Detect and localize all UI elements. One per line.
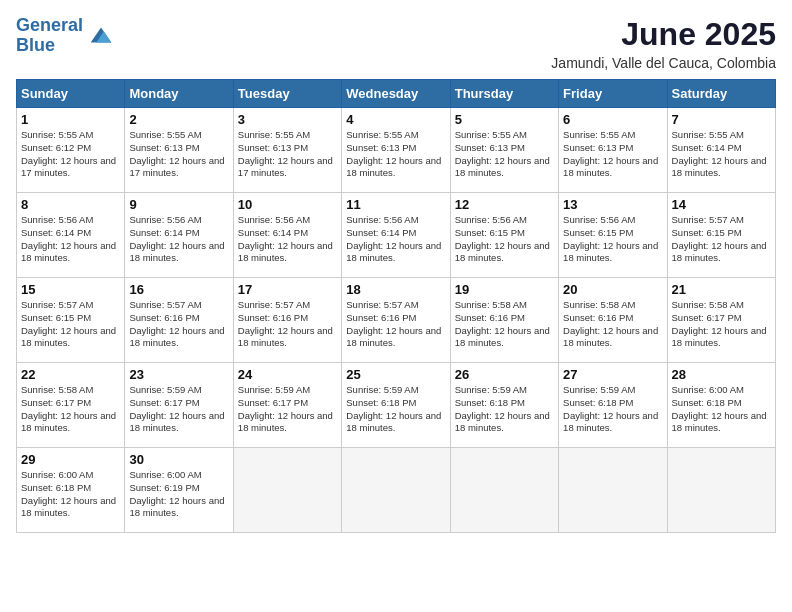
logo-text: General Blue (16, 16, 83, 56)
day-number: 7 (672, 112, 771, 127)
page-header: General Blue June 2025 Jamundi, Valle de… (16, 16, 776, 71)
calendar-cell: 26Sunrise: 5:59 AMSunset: 6:18 PMDayligh… (450, 363, 558, 448)
calendar-cell: 29Sunrise: 6:00 AMSunset: 6:18 PMDayligh… (17, 448, 125, 533)
calendar-cell (233, 448, 341, 533)
calendar-cell: 20Sunrise: 5:58 AMSunset: 6:16 PMDayligh… (559, 278, 667, 363)
day-info: Sunrise: 5:57 AMSunset: 6:16 PMDaylight:… (238, 299, 337, 350)
day-number: 22 (21, 367, 120, 382)
calendar-cell: 24Sunrise: 5:59 AMSunset: 6:17 PMDayligh… (233, 363, 341, 448)
day-info: Sunrise: 5:57 AMSunset: 6:15 PMDaylight:… (672, 214, 771, 265)
calendar-cell: 17Sunrise: 5:57 AMSunset: 6:16 PMDayligh… (233, 278, 341, 363)
day-info: Sunrise: 5:58 AMSunset: 6:16 PMDaylight:… (563, 299, 662, 350)
day-number: 15 (21, 282, 120, 297)
week-row-5: 29Sunrise: 6:00 AMSunset: 6:18 PMDayligh… (17, 448, 776, 533)
day-info: Sunrise: 5:55 AMSunset: 6:14 PMDaylight:… (672, 129, 771, 180)
day-number: 30 (129, 452, 228, 467)
day-number: 24 (238, 367, 337, 382)
calendar-cell: 6Sunrise: 5:55 AMSunset: 6:13 PMDaylight… (559, 108, 667, 193)
day-info: Sunrise: 5:55 AMSunset: 6:13 PMDaylight:… (129, 129, 228, 180)
calendar-cell: 1Sunrise: 5:55 AMSunset: 6:12 PMDaylight… (17, 108, 125, 193)
calendar-cell: 15Sunrise: 5:57 AMSunset: 6:15 PMDayligh… (17, 278, 125, 363)
day-info: Sunrise: 5:56 AMSunset: 6:14 PMDaylight:… (21, 214, 120, 265)
day-number: 26 (455, 367, 554, 382)
logo-icon (87, 22, 115, 50)
calendar-cell: 23Sunrise: 5:59 AMSunset: 6:17 PMDayligh… (125, 363, 233, 448)
day-info: Sunrise: 5:59 AMSunset: 6:17 PMDaylight:… (238, 384, 337, 435)
calendar-cell: 11Sunrise: 5:56 AMSunset: 6:14 PMDayligh… (342, 193, 450, 278)
day-info: Sunrise: 6:00 AMSunset: 6:18 PMDaylight:… (672, 384, 771, 435)
calendar-cell: 5Sunrise: 5:55 AMSunset: 6:13 PMDaylight… (450, 108, 558, 193)
day-number: 21 (672, 282, 771, 297)
title-block: June 2025 Jamundi, Valle del Cauca, Colo… (551, 16, 776, 71)
calendar-cell (559, 448, 667, 533)
day-number: 3 (238, 112, 337, 127)
calendar-cell: 12Sunrise: 5:56 AMSunset: 6:15 PMDayligh… (450, 193, 558, 278)
week-row-2: 8Sunrise: 5:56 AMSunset: 6:14 PMDaylight… (17, 193, 776, 278)
day-info: Sunrise: 5:58 AMSunset: 6:17 PMDaylight:… (672, 299, 771, 350)
location-subtitle: Jamundi, Valle del Cauca, Colombia (551, 55, 776, 71)
day-number: 9 (129, 197, 228, 212)
day-info: Sunrise: 5:58 AMSunset: 6:17 PMDaylight:… (21, 384, 120, 435)
day-info: Sunrise: 5:58 AMSunset: 6:16 PMDaylight:… (455, 299, 554, 350)
calendar-cell: 3Sunrise: 5:55 AMSunset: 6:13 PMDaylight… (233, 108, 341, 193)
day-info: Sunrise: 5:57 AMSunset: 6:16 PMDaylight:… (346, 299, 445, 350)
calendar-cell: 22Sunrise: 5:58 AMSunset: 6:17 PMDayligh… (17, 363, 125, 448)
calendar-cell: 21Sunrise: 5:58 AMSunset: 6:17 PMDayligh… (667, 278, 775, 363)
day-info: Sunrise: 6:00 AMSunset: 6:18 PMDaylight:… (21, 469, 120, 520)
calendar-cell: 25Sunrise: 5:59 AMSunset: 6:18 PMDayligh… (342, 363, 450, 448)
day-info: Sunrise: 5:57 AMSunset: 6:16 PMDaylight:… (129, 299, 228, 350)
day-info: Sunrise: 5:55 AMSunset: 6:13 PMDaylight:… (238, 129, 337, 180)
day-info: Sunrise: 5:59 AMSunset: 6:18 PMDaylight:… (346, 384, 445, 435)
day-number: 14 (672, 197, 771, 212)
weekday-header-friday: Friday (559, 80, 667, 108)
day-number: 27 (563, 367, 662, 382)
calendar-cell (450, 448, 558, 533)
calendar-cell: 27Sunrise: 5:59 AMSunset: 6:18 PMDayligh… (559, 363, 667, 448)
calendar-cell: 18Sunrise: 5:57 AMSunset: 6:16 PMDayligh… (342, 278, 450, 363)
weekday-header-sunday: Sunday (17, 80, 125, 108)
day-info: Sunrise: 5:55 AMSunset: 6:13 PMDaylight:… (346, 129, 445, 180)
weekday-header-wednesday: Wednesday (342, 80, 450, 108)
calendar-cell: 28Sunrise: 6:00 AMSunset: 6:18 PMDayligh… (667, 363, 775, 448)
calendar-cell: 13Sunrise: 5:56 AMSunset: 6:15 PMDayligh… (559, 193, 667, 278)
calendar-table: SundayMondayTuesdayWednesdayThursdayFrid… (16, 79, 776, 533)
day-number: 5 (455, 112, 554, 127)
day-number: 1 (21, 112, 120, 127)
calendar-header-row: SundayMondayTuesdayWednesdayThursdayFrid… (17, 80, 776, 108)
weekday-header-tuesday: Tuesday (233, 80, 341, 108)
day-info: Sunrise: 5:56 AMSunset: 6:14 PMDaylight:… (129, 214, 228, 265)
calendar-cell: 30Sunrise: 6:00 AMSunset: 6:19 PMDayligh… (125, 448, 233, 533)
day-info: Sunrise: 5:55 AMSunset: 6:13 PMDaylight:… (455, 129, 554, 180)
day-number: 11 (346, 197, 445, 212)
week-row-1: 1Sunrise: 5:55 AMSunset: 6:12 PMDaylight… (17, 108, 776, 193)
day-number: 10 (238, 197, 337, 212)
weekday-header-saturday: Saturday (667, 80, 775, 108)
day-info: Sunrise: 5:56 AMSunset: 6:15 PMDaylight:… (563, 214, 662, 265)
day-number: 16 (129, 282, 228, 297)
calendar-cell: 14Sunrise: 5:57 AMSunset: 6:15 PMDayligh… (667, 193, 775, 278)
day-number: 25 (346, 367, 445, 382)
day-info: Sunrise: 5:57 AMSunset: 6:15 PMDaylight:… (21, 299, 120, 350)
month-title: June 2025 (551, 16, 776, 53)
day-number: 23 (129, 367, 228, 382)
calendar-cell: 9Sunrise: 5:56 AMSunset: 6:14 PMDaylight… (125, 193, 233, 278)
calendar-cell: 8Sunrise: 5:56 AMSunset: 6:14 PMDaylight… (17, 193, 125, 278)
weekday-header-thursday: Thursday (450, 80, 558, 108)
day-number: 29 (21, 452, 120, 467)
day-info: Sunrise: 5:55 AMSunset: 6:13 PMDaylight:… (563, 129, 662, 180)
day-info: Sunrise: 5:56 AMSunset: 6:14 PMDaylight:… (346, 214, 445, 265)
day-number: 13 (563, 197, 662, 212)
week-row-3: 15Sunrise: 5:57 AMSunset: 6:15 PMDayligh… (17, 278, 776, 363)
day-info: Sunrise: 5:59 AMSunset: 6:17 PMDaylight:… (129, 384, 228, 435)
day-number: 20 (563, 282, 662, 297)
day-number: 12 (455, 197, 554, 212)
calendar-cell: 10Sunrise: 5:56 AMSunset: 6:14 PMDayligh… (233, 193, 341, 278)
week-row-4: 22Sunrise: 5:58 AMSunset: 6:17 PMDayligh… (17, 363, 776, 448)
calendar-cell: 7Sunrise: 5:55 AMSunset: 6:14 PMDaylight… (667, 108, 775, 193)
calendar-cell: 4Sunrise: 5:55 AMSunset: 6:13 PMDaylight… (342, 108, 450, 193)
day-number: 4 (346, 112, 445, 127)
day-number: 19 (455, 282, 554, 297)
day-info: Sunrise: 5:56 AMSunset: 6:15 PMDaylight:… (455, 214, 554, 265)
day-info: Sunrise: 5:55 AMSunset: 6:12 PMDaylight:… (21, 129, 120, 180)
day-number: 8 (21, 197, 120, 212)
